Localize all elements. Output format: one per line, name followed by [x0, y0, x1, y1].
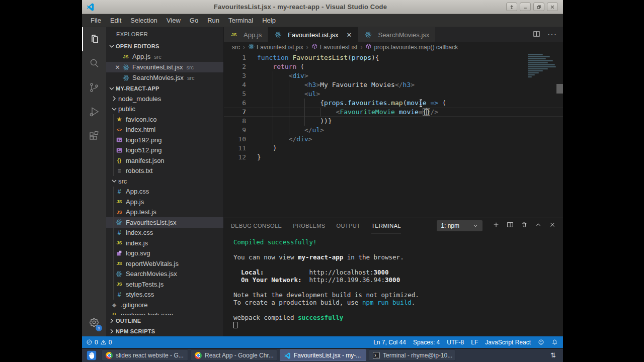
tree-item-index.html[interactable]: <>index.html [106, 125, 223, 135]
menu-help[interactable]: Help [258, 14, 280, 27]
activity-run-debug[interactable] [82, 100, 106, 124]
tree-item-App.css[interactable]: #App.css [106, 187, 223, 197]
tree-item-favicon.ico[interactable]: ★favicon.ico [106, 114, 223, 125]
menu-terminal[interactable]: Terminal [224, 14, 258, 27]
close-icon[interactable]: ✕ [113, 64, 122, 71]
split-terminal-icon[interactable] [507, 221, 514, 230]
code-line-3[interactable]: 3 <div> [224, 71, 563, 80]
code-editor[interactable]: 1 function FavouritesList(props){ 2 retu… [224, 52, 563, 218]
tab-FavouritesList.jsx[interactable]: FavouritesList.jsx✕ [268, 27, 358, 42]
window-move-up-button[interactable] [506, 3, 517, 11]
tree-item-robots.txt[interactable]: ≡robots.txt [106, 166, 223, 176]
tree-item-App.test.js[interactable]: JSApp.test.js [106, 207, 223, 218]
breadcrumb-item[interactable]: FavouritesList.jsx [248, 43, 303, 51]
maximize-panel-icon[interactable] [535, 221, 542, 230]
start-menu-button[interactable] [84, 349, 99, 361]
menu-run[interactable]: Run [203, 14, 224, 27]
breadcrumb-item[interactable]: props.favourites.map() callback [365, 43, 458, 51]
open-editor-App.js[interactable]: JS App.js src [106, 51, 223, 62]
taskbar-window-terminal[interactable]: ❯_Terminal - rhyme@ip-10... [369, 349, 455, 361]
tree-item-logo.svg[interactable]: logo.svg [106, 248, 223, 259]
code-line-5[interactable]: 5 <ul> [224, 89, 563, 99]
code-line-12[interactable]: 12 } [224, 153, 563, 162]
tree-item-src[interactable]: src [106, 176, 223, 187]
code-line-7[interactable]: 7 <FavouriteMovie movie={}/> [224, 108, 563, 117]
tab-SearchMovies.jsx[interactable]: SearchMovies.jsx [358, 27, 436, 42]
tree-item-SearchMovies.jsx[interactable]: SearchMovies.jsx [106, 269, 223, 280]
npm-scripts-header[interactable]: NPM SCRIPTS [106, 326, 223, 336]
panel-tab-problems[interactable]: PROBLEMS [293, 218, 325, 233]
close-icon[interactable]: ✕ [347, 31, 352, 39]
menu-go[interactable]: Go [185, 14, 203, 27]
breadcrumb[interactable]: src›FavouritesList.jsx›FavouritesList›pr… [224, 42, 563, 52]
indentation[interactable]: Spaces: 4 [413, 339, 440, 346]
split-editor-icon[interactable] [533, 30, 540, 40]
problems-indicator[interactable]: 0 0 [86, 339, 112, 346]
menu-view[interactable]: View [162, 14, 185, 27]
panel-tab-debug-console[interactable]: DEBUG CONSOLE [231, 218, 282, 233]
project-root-header[interactable]: MY-REACT-APP [106, 83, 223, 94]
code-line-1[interactable]: 1 function FavouritesList(props){ [224, 53, 563, 62]
code-line-10[interactable]: 10 </div> [224, 135, 563, 144]
window-minimize-button[interactable] [520, 3, 531, 11]
taskbar-window-chrome[interactable]: slides react website - G... [102, 349, 188, 361]
minimap[interactable] [526, 53, 555, 78]
tree-item-manifest.json[interactable]: {}manifest.json [106, 155, 223, 166]
tree-item-reportWebVitals.js[interactable]: JSreportWebVitals.js [106, 258, 223, 269]
close-panel-icon[interactable] [549, 221, 556, 230]
taskbar-window-chrome[interactable]: React App - Google Chr... [191, 349, 277, 361]
language-mode[interactable]: JavaScript React [485, 339, 531, 346]
code-line-2[interactable]: 2 return ( [224, 62, 563, 71]
terminal-output[interactable]: Compiled successfully!You can now view m… [224, 233, 563, 336]
tab-App.js[interactable]: JSApp.js [224, 27, 268, 42]
tree-item-.gitignore[interactable]: ◆.gitignore [106, 300, 223, 310]
code-line-6[interactable]: 6 {props.favourites.map(movie => ( [224, 99, 563, 108]
tree-item-FavouritesList.jsx[interactable]: FavouritesList.jsx [106, 217, 223, 228]
tree-item-logo192.png[interactable]: logo192.png [106, 135, 223, 145]
new-terminal-icon[interactable] [493, 221, 500, 230]
tree-item-public[interactable]: public [106, 104, 223, 115]
panel-tab-output[interactable]: OUTPUT [337, 218, 361, 233]
open-editor-FavouritesList.jsx[interactable]: ✕ FavouritesList.jsx src [106, 62, 223, 72]
window-close-button[interactable] [547, 3, 558, 11]
more-actions-icon[interactable]: ··· [547, 30, 557, 39]
window-restore-button[interactable] [533, 3, 544, 11]
terminal-picker-dropdown[interactable]: 1: npm [437, 220, 482, 231]
tree-item-index.css[interactable]: #index.css [106, 228, 223, 238]
outline-header[interactable]: OUTLINE [106, 315, 223, 326]
tree-item-styles.css[interactable]: #styles.css [106, 290, 223, 300]
panel-tab-terminal[interactable]: TERMINAL [371, 218, 401, 233]
code-line-11[interactable]: 11 ) [224, 144, 563, 153]
code-line-4[interactable]: 4 <h3>My Favourite Movies</h3> [224, 80, 563, 89]
activity-explorer[interactable] [82, 27, 106, 51]
tree-item-node_modules[interactable]: node_modules [106, 94, 223, 104]
window-titlebar[interactable]: FavouritesList.jsx - my-react-app - Visu… [82, 0, 563, 14]
tree-item-package-lock.json[interactable]: {}package-lock.json [106, 310, 223, 316]
kill-terminal-icon[interactable] [521, 221, 528, 230]
activity-search[interactable] [82, 51, 106, 75]
code-line-8[interactable]: 8 ))} [224, 117, 563, 126]
open-editor-SearchMovies.jsx[interactable]: SearchMovies.jsx src [106, 72, 223, 83]
activity-extensions[interactable] [82, 124, 106, 148]
tree-item-setupTests.js[interactable]: JSsetupTests.js [106, 279, 223, 290]
menu-selection[interactable]: Selection [126, 14, 162, 27]
tray-network-icon[interactable]: ⇅ [550, 351, 561, 359]
bell-icon[interactable] [551, 339, 558, 345]
menu-edit[interactable]: Edit [106, 14, 126, 27]
tree-item-index.js[interactable]: JSindex.js [106, 238, 223, 248]
code-line-9[interactable]: 9 </ul> [224, 126, 563, 135]
eol-sequence[interactable]: LF [471, 339, 478, 346]
menu-file[interactable]: File [86, 14, 106, 27]
breadcrumb-item[interactable]: src [232, 44, 240, 51]
breadcrumb-item[interactable]: FavouritesList [311, 43, 358, 51]
tree-item-App.js[interactable]: JSApp.js [106, 197, 223, 207]
cursor-position[interactable]: Ln 7, Col 44 [373, 339, 406, 346]
activity-source-control[interactable] [82, 75, 106, 100]
settings-gear-button[interactable]: 1 [82, 312, 106, 332]
encoding[interactable]: UTF-8 [447, 339, 464, 346]
taskbar-window-vscode[interactable]: FavouritesList.jsx - my-... [280, 349, 366, 361]
open-editors-header[interactable]: OPEN EDITORS [106, 41, 223, 51]
feedback-icon[interactable] [538, 339, 544, 345]
editor-scrollbar[interactable] [556, 84, 563, 94]
tree-item-logo512.png[interactable]: logo512.png [106, 145, 223, 156]
